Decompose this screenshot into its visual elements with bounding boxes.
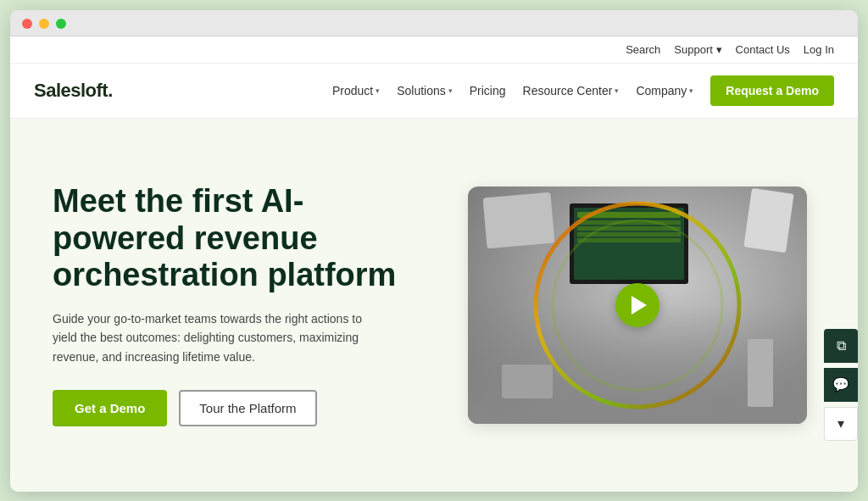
tour-platform-button[interactable]: Tour the Platform	[179, 390, 316, 426]
browser-content: Search Support ▾ Contact Us Log In Sales…	[10, 36, 858, 492]
play-icon	[632, 296, 647, 315]
copy-side-button[interactable]: ⧉	[824, 329, 858, 363]
video-container	[468, 186, 807, 424]
solutions-chevron-icon: ▾	[448, 86, 453, 95]
maximize-button[interactable]	[56, 19, 66, 29]
nav-pricing[interactable]: Pricing	[470, 84, 506, 97]
request-demo-button[interactable]: Request a Demo	[710, 75, 834, 106]
main-nav: Salesloft. Product ▾ Solutions ▾ Pricing…	[10, 64, 858, 119]
hero-right	[451, 186, 824, 424]
support-link[interactable]: Support ▾	[674, 43, 721, 56]
chat-side-button[interactable]: 💬	[824, 368, 858, 402]
hero-heading: Meet the first AI-powered revenue orches…	[53, 183, 417, 294]
nav-links: Product ▾ Solutions ▾ Pricing Resource C…	[332, 75, 834, 106]
utility-bar: Search Support ▾ Contact Us Log In	[10, 36, 858, 64]
scroll-down-button[interactable]: ▾	[824, 407, 858, 441]
search-link[interactable]: Search	[626, 43, 660, 56]
product-chevron-icon: ▾	[376, 86, 380, 95]
company-chevron-icon: ▾	[689, 86, 693, 95]
minimize-button[interactable]	[39, 19, 49, 29]
support-chevron-icon: ▾	[716, 43, 722, 56]
chevron-down-icon: ▾	[837, 415, 844, 431]
hero-left: Meet the first AI-powered revenue orches…	[53, 183, 417, 426]
nav-resource-center[interactable]: Resource Center ▾	[523, 84, 620, 97]
hero-buttons: Get a Demo Tour the Platform	[53, 390, 417, 426]
chat-icon: 💬	[832, 376, 849, 392]
logo: Salesloft.	[34, 80, 113, 102]
nav-product[interactable]: Product ▾	[332, 84, 380, 97]
play-button[interactable]	[615, 283, 659, 327]
resource-chevron-icon: ▾	[615, 86, 619, 95]
copy-icon: ⧉	[837, 338, 846, 353]
nav-company[interactable]: Company ▾	[636, 84, 693, 97]
browser-chrome	[10, 10, 858, 36]
close-button[interactable]	[22, 19, 32, 29]
log-in-link[interactable]: Log In	[804, 43, 834, 56]
nav-solutions[interactable]: Solutions ▾	[397, 84, 453, 97]
hero-subtext: Guide your go-to-market teams towards th…	[53, 309, 375, 366]
contact-us-link[interactable]: Contact Us	[736, 43, 790, 56]
get-demo-button[interactable]: Get a Demo	[53, 390, 167, 426]
side-buttons: ⧉ 💬 ▾	[824, 329, 858, 441]
browser-window: Search Support ▾ Contact Us Log In Sales…	[10, 10, 858, 492]
hero-section: Meet the first AI-powered revenue orches…	[10, 119, 858, 492]
